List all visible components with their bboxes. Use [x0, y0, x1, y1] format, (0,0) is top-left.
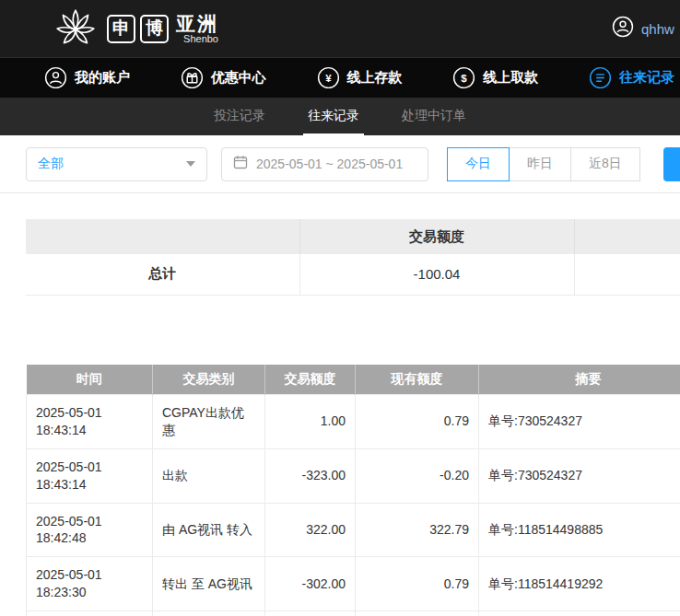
records-icon — [589, 66, 612, 89]
header-transaction-amount: 交易额度 — [265, 365, 356, 395]
svg-text:¥: ¥ — [325, 73, 332, 84]
tab-processing-orders[interactable]: 处理中订单 — [397, 98, 471, 135]
page: 申 博 亚洲 Shenbo qhhw 我的账户 — [0, 0, 680, 616]
table-cell: 2025-05-01 18:42:48 — [27, 503, 153, 557]
nav-item-label: 我的账户 — [75, 69, 130, 87]
nav-item-transaction-records[interactable]: 往来记录 — [589, 66, 674, 89]
header-current-balance: 现有额度 — [356, 365, 479, 395]
summary-header-blank — [26, 219, 299, 254]
avatar-icon — [612, 16, 634, 41]
deposit-coin-icon: ¥ — [317, 66, 340, 89]
table-cell: CGPAY-CG钱包支付笔笔送优惠 — [153, 611, 265, 616]
nav-item-withdraw[interactable]: $ 线上取款 — [452, 66, 538, 89]
withdraw-coin-icon: $ — [452, 66, 475, 89]
tab-betting-records[interactable]: 投注记录 — [209, 98, 270, 135]
username: qhhw — [641, 21, 674, 37]
summary-total-value: -100.04 — [299, 254, 574, 295]
filter-bar: 全部 2025-05-01 ~ 2025-05-01 今日 昨日 近8日 — [0, 135, 680, 193]
table-cell: 单号:730524327 — [479, 395, 680, 449]
summary-header-amount: 交易额度 — [299, 219, 574, 254]
header-transaction-type: 交易类别 — [153, 365, 265, 395]
table-row: 2025-05-01 18:43:14CGPAY出款优惠1.000.79单号:7… — [27, 395, 680, 449]
header-time: 时间 — [27, 365, 153, 395]
summary-total-label: 总计 — [26, 254, 299, 295]
main-nav: 我的账户 优惠中心 ¥ 线上存款 $ 线上取款 — [0, 57, 680, 98]
nav-item-label: 优惠中心 — [211, 69, 266, 87]
table-cell: 转出 至 AG视讯 — [153, 557, 265, 611]
lotus-logo-icon — [53, 6, 99, 52]
table-cell: 0.79 — [356, 395, 479, 449]
tab-label: 往来记录 — [308, 108, 359, 124]
table-row: 2025-05-01 18:42:48由 AG视讯 转入322.00322.79… — [27, 503, 680, 557]
table-cell: 322.79 — [356, 503, 479, 557]
nav-item-label: 线上存款 — [347, 69, 403, 87]
table-cell: -0.20 — [356, 448, 479, 503]
table-cell: 单号:730524327 — [479, 448, 680, 503]
category-select-value: 全部 — [38, 156, 64, 172]
brand-char-box: 申 — [107, 15, 135, 43]
table-cell: -302.00 — [265, 557, 356, 611]
table-cell: 2025-05-01 18:23:21 — [27, 611, 153, 616]
brand-en-name: Shenbo — [183, 33, 218, 44]
last-8-days-button[interactable]: 近8日 — [570, 147, 640, 181]
table-cell: 单号:118514419292 — [479, 557, 680, 611]
table-cell: -323.00 — [265, 448, 356, 503]
table-row: 2025-05-01 18:23:21CGPAY-CG钱包支付笔笔送优惠1.62… — [27, 611, 680, 616]
table-cell: CGPAY出款优惠 — [153, 395, 265, 449]
header-summary: 摘要 — [479, 365, 680, 395]
user-circle-icon — [44, 66, 67, 89]
chevron-down-icon — [186, 161, 195, 167]
yesterday-button[interactable]: 昨日 — [509, 147, 571, 181]
summary-table: 交易额度 总计 -100.04 — [26, 219, 680, 296]
table-cell: 2025-05-01 18:43:14 — [27, 448, 153, 503]
table-cell: 0.79 — [356, 557, 479, 611]
user-account[interactable]: qhhw — [612, 0, 674, 57]
transactions-table-head: 时间 交易类别 交易额度 现有额度 摘要 — [27, 365, 680, 395]
summary-total-blank — [574, 254, 680, 295]
table-cell: 322.00 — [265, 503, 356, 557]
tab-label: 处理中订单 — [402, 108, 466, 124]
date-range-value: 2025-05-01 ~ 2025-05-01 — [256, 157, 403, 171]
nav-item-promotions[interactable]: 优惠中心 — [181, 66, 266, 89]
table-cell: 出款 — [153, 448, 265, 503]
brand-text: 亚洲 Shenbo — [176, 13, 218, 44]
table-cell: 单号:202505023947391225 — [479, 611, 680, 616]
summary-header-blank — [574, 219, 680, 254]
nav-item-label: 线上取款 — [483, 69, 538, 87]
summary-header-row: 交易额度 — [26, 219, 680, 254]
table-cell: 1.62 — [265, 611, 356, 616]
date-range-input[interactable]: 2025-05-01 ~ 2025-05-01 — [221, 147, 428, 181]
brand-region: 亚洲 — [176, 13, 218, 34]
top-bar: 申 博 亚洲 Shenbo qhhw — [0, 0, 680, 57]
table-row: 2025-05-01 18:23:30转出 至 AG视讯-302.000.79单… — [27, 557, 680, 611]
gift-icon — [181, 66, 204, 89]
tab-transaction-records[interactable]: 往来记录 — [303, 98, 364, 135]
svg-text:$: $ — [462, 73, 468, 84]
brand[interactable]: 申 博 亚洲 Shenbo — [53, 6, 218, 52]
nav-item-deposit[interactable]: ¥ 线上存款 — [317, 66, 403, 89]
summary-total-row: 总计 -100.04 — [26, 254, 680, 295]
tab-label: 投注记录 — [214, 108, 265, 124]
table-row: 2025-05-01 18:43:14出款-323.00-0.20单号:7305… — [27, 448, 680, 503]
table-cell: 1.00 — [265, 395, 356, 449]
table-cell: 2025-05-01 18:43:14 — [27, 395, 153, 449]
nav-item-label: 往来记录 — [619, 69, 674, 87]
brand-char-box: 博 — [140, 15, 169, 43]
category-select[interactable]: 全部 — [26, 147, 207, 181]
transactions-table-body: 2025-05-01 18:43:14CGPAY出款优惠1.000.79单号:7… — [27, 395, 680, 616]
table-header-row: 时间 交易类别 交易额度 现有额度 摘要 — [27, 365, 680, 395]
transactions-table: 时间 交易类别 交易额度 现有额度 摘要 2025-05-01 18:43:14… — [26, 365, 680, 616]
quick-date-buttons: 今日 昨日 近8日 — [448, 147, 640, 181]
table-cell: 302.79 — [356, 611, 479, 616]
sub-nav: 投注记录 往来记录 处理中订单 — [0, 98, 680, 135]
nav-item-my-account[interactable]: 我的账户 — [44, 66, 130, 89]
calendar-icon — [233, 155, 248, 173]
today-button[interactable]: 今日 — [447, 147, 510, 181]
table-cell: 单号:118514498885 — [479, 503, 680, 557]
table-cell: 由 AG视讯 转入 — [153, 503, 265, 557]
search-button[interactable] — [663, 147, 680, 181]
table-cell: 2025-05-01 18:23:30 — [27, 557, 153, 611]
